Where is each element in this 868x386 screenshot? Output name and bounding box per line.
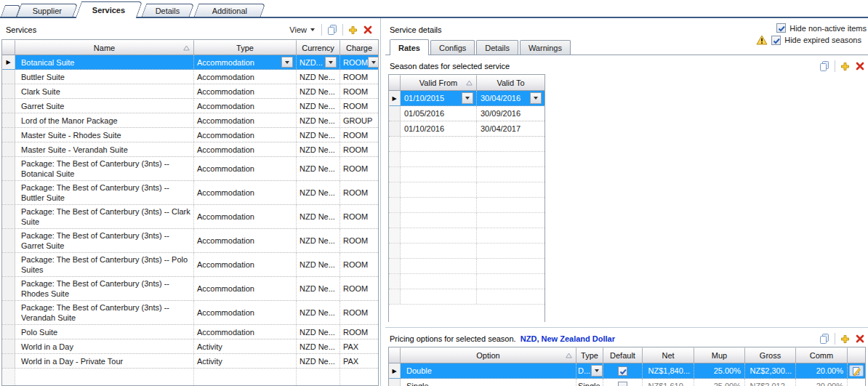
hide-non-active-checkbox[interactable] (776, 23, 786, 33)
column-header-mup[interactable]: Mup (694, 347, 745, 363)
table-row[interactable]: Clark SuiteAccommodationNZD Ne...ROOM (2, 84, 378, 99)
table-row[interactable]: Master Suite - Verandah SuiteAccommodati… (2, 142, 378, 157)
table-row[interactable]: ▶Botanical SuiteAccommodationNZD...ROOM (2, 55, 378, 70)
column-header-currency[interactable]: Currency (297, 40, 340, 55)
add-icon[interactable] (840, 61, 851, 72)
tab-warnings[interactable]: Warnings (520, 40, 571, 55)
column-header-name[interactable]: Name (15, 40, 194, 55)
column-header-charge[interactable]: Charge (340, 40, 378, 55)
row-gutter[interactable] (2, 113, 15, 127)
pricing-grid: Option Type Default Net Mup Gross Comm ▶… (388, 347, 866, 386)
season-row[interactable]: 01/05/201630/09/2016 (389, 106, 544, 121)
currency-dropdown[interactable] (325, 57, 337, 68)
column-header-gross[interactable]: Gross (745, 347, 796, 363)
row-gutter[interactable] (389, 379, 401, 386)
row-gutter[interactable]: ▶ (389, 91, 401, 105)
row-gutter[interactable] (2, 325, 15, 339)
row-gutter[interactable] (2, 99, 15, 113)
row-gutter[interactable] (2, 181, 15, 204)
row-gutter[interactable] (2, 142, 15, 156)
valid-to-dropdown[interactable] (530, 92, 542, 104)
column-header-valid-to[interactable]: Valid To (477, 75, 544, 90)
current-row-arrow: ▶ (392, 95, 396, 102)
season-row[interactable]: ▶01/10/201530/04/2016 (389, 91, 544, 106)
row-gutter[interactable]: ▶ (2, 55, 15, 69)
empty-cell (401, 228, 477, 243)
cell-name: Botanical Suite (15, 55, 194, 69)
cell-charge: ROOM (340, 277, 378, 300)
row-gutter[interactable] (389, 121, 401, 136)
table-row[interactable]: Package: The Best of Canterbury (3nts) -… (2, 181, 378, 205)
row-gutter[interactable] (2, 277, 15, 300)
row-gutter[interactable] (2, 157, 15, 180)
rates-tab-pane: Season dates for selected service Valid (385, 55, 868, 386)
cell-charge: ROOM (340, 253, 378, 276)
column-header-valid-from[interactable]: Valid From (401, 75, 477, 90)
column-header-type[interactable]: Type (194, 40, 297, 55)
cell-mup: 25.00% (694, 379, 745, 386)
table-row[interactable]: Garret SuiteAccommodationNZD Ne...ROOM (2, 99, 378, 113)
row-gutter[interactable] (2, 354, 15, 368)
row-gutter[interactable]: ▶ (389, 363, 401, 378)
row-gutter[interactable] (2, 229, 15, 252)
empty-row (389, 152, 544, 167)
add-icon[interactable] (840, 334, 851, 345)
row-gutter[interactable] (2, 339, 15, 353)
copy-icon[interactable] (326, 24, 338, 36)
column-header-option[interactable]: Option (401, 347, 576, 363)
column-header-net[interactable]: Net (643, 347, 694, 363)
tab-rates[interactable]: Rates (390, 39, 429, 55)
copy-icon[interactable] (819, 333, 830, 345)
row-gutter[interactable] (2, 84, 15, 98)
view-dropdown-button[interactable]: View (287, 25, 317, 34)
row-gutter[interactable] (2, 70, 15, 84)
table-row[interactable]: Package: The Best of Canterbury (3nts) -… (2, 205, 378, 229)
delete-icon[interactable] (855, 61, 865, 71)
row-gutter[interactable] (2, 205, 15, 228)
tab-details-sub[interactable]: Details (476, 40, 518, 55)
hide-expired-checkbox[interactable] (771, 36, 781, 45)
copy-icon[interactable] (819, 60, 830, 72)
season-row[interactable]: 01/10/201630/04/2017 (389, 121, 544, 137)
tab-supplier[interactable]: Supplier (17, 4, 79, 17)
row-gutter[interactable] (2, 253, 15, 276)
tab-configs[interactable]: Configs (430, 40, 475, 55)
table-row[interactable]: World in a DayActivityNZD Ne...PAX (2, 339, 378, 354)
delete-icon[interactable] (363, 25, 373, 35)
column-header-default[interactable]: Default (603, 347, 643, 363)
tab-services[interactable]: Services (76, 1, 142, 18)
table-row[interactable]: Master Suite - Rhodes SuiteAccommodation… (2, 128, 378, 142)
table-row[interactable]: Package: The Best of Canterbury (3nts) -… (2, 157, 378, 181)
cell-currency: NZD Ne... (297, 142, 340, 156)
add-icon[interactable] (347, 25, 358, 36)
table-row[interactable]: Polo SuiteAccommodationNZD Ne...ROOM (2, 325, 378, 339)
column-header-comm[interactable]: Comm (796, 347, 848, 363)
type-dropdown[interactable] (281, 57, 293, 68)
valid-from-dropdown[interactable] (462, 92, 473, 104)
pricing-row[interactable]: ▶DoubleD...NZ$1,840...25.00%NZ$2,300...2… (389, 363, 865, 379)
tab-additional[interactable]: Additional (194, 4, 266, 17)
sort-asc-icon (466, 80, 473, 86)
service-details-panel: Service details Hide non-active items Hi… (385, 18, 868, 386)
table-row[interactable]: Package: The Best of Canterbury (3nts) -… (2, 301, 378, 325)
default-checkbox[interactable] (618, 382, 627, 386)
table-row[interactable]: Package: The Best of Canterbury (3nts) -… (2, 277, 378, 301)
table-row[interactable]: Lord of the Manor PackageAccommodationNZ… (2, 113, 378, 128)
column-header-type[interactable]: Type (576, 347, 603, 363)
table-row[interactable]: Package: The Best of Canterbury (3nts) -… (2, 253, 378, 277)
cell-currency: NZD Ne... (297, 205, 340, 228)
pricing-row[interactable]: SingleSingleNZ$1,610...25.00%NZ$2,012...… (389, 379, 865, 386)
price-type-dropdown[interactable] (591, 365, 603, 377)
default-checkbox[interactable] (618, 366, 627, 376)
tab-details[interactable]: Details (142, 4, 195, 17)
row-gutter[interactable] (2, 301, 15, 324)
delete-icon[interactable] (855, 334, 865, 344)
empty-cell (477, 198, 544, 212)
edit-icon[interactable] (849, 365, 864, 377)
row-gutter[interactable] (389, 106, 401, 121)
charge-dropdown[interactable] (368, 57, 378, 68)
table-row[interactable]: World in a Day - Private TourActivityNZD… (2, 354, 378, 369)
table-row[interactable]: Package: The Best of Canterbury (3nts) -… (2, 229, 378, 253)
table-row[interactable]: Buttler SuiteAccommodationNZD Ne...ROOM (2, 70, 378, 84)
row-gutter[interactable] (2, 128, 15, 142)
